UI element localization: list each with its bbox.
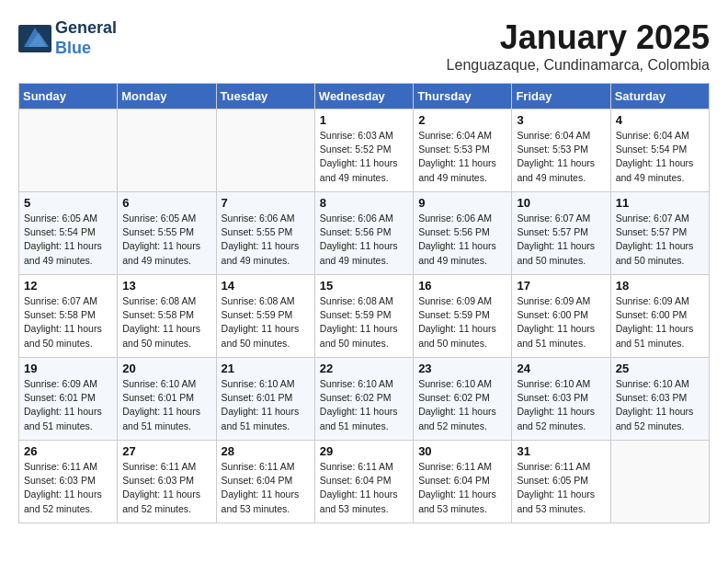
calendar-week-4: 19Sunrise: 6:09 AM Sunset: 6:01 PM Dayli…: [19, 358, 710, 441]
calendar-cell: [118, 109, 216, 192]
weekday-header-sunday: Sunday: [19, 84, 118, 109]
day-number: 17: [517, 279, 605, 293]
calendar-cell: 17Sunrise: 6:09 AM Sunset: 6:00 PM Dayli…: [512, 275, 610, 358]
day-info: Sunrise: 6:04 AM Sunset: 5:53 PM Dayligh…: [418, 129, 506, 185]
day-info: Sunrise: 6:09 AM Sunset: 5:59 PM Dayligh…: [418, 294, 506, 350]
calendar-cell: 31Sunrise: 6:11 AM Sunset: 6:05 PM Dayli…: [512, 441, 610, 523]
calendar-cell: 7Sunrise: 6:06 AM Sunset: 5:55 PM Daylig…: [216, 192, 314, 275]
day-number: 4: [616, 113, 704, 127]
day-info: Sunrise: 6:06 AM Sunset: 5:56 PM Dayligh…: [418, 212, 506, 268]
day-number: 10: [517, 196, 605, 210]
page-header: General Blue January 2025 Lenguazaque, C…: [18, 18, 710, 74]
day-info: Sunrise: 6:05 AM Sunset: 5:55 PM Dayligh…: [122, 212, 210, 268]
day-info: Sunrise: 6:05 AM Sunset: 5:54 PM Dayligh…: [24, 212, 112, 268]
day-number: 3: [517, 113, 605, 127]
calendar-cell: 29Sunrise: 6:11 AM Sunset: 6:04 PM Dayli…: [314, 441, 413, 523]
weekday-header-tuesday: Tuesday: [216, 84, 314, 109]
calendar-cell: 2Sunrise: 6:04 AM Sunset: 5:53 PM Daylig…: [414, 109, 512, 192]
location-title: Lenguazaque, Cundinamarca, Colombia: [447, 57, 710, 74]
calendar-cell: [216, 109, 314, 192]
day-info: Sunrise: 6:11 AM Sunset: 6:03 PM Dayligh…: [24, 460, 112, 516]
day-info: Sunrise: 6:10 AM Sunset: 6:03 PM Dayligh…: [517, 377, 605, 433]
weekday-header-monday: Monday: [118, 84, 216, 109]
calendar-cell: 13Sunrise: 6:08 AM Sunset: 5:58 PM Dayli…: [118, 275, 216, 358]
weekday-header-wednesday: Wednesday: [314, 84, 413, 109]
weekday-header-thursday: Thursday: [414, 84, 512, 109]
calendar-cell: 3Sunrise: 6:04 AM Sunset: 5:53 PM Daylig…: [512, 109, 610, 192]
day-info: Sunrise: 6:08 AM Sunset: 5:59 PM Dayligh…: [320, 294, 408, 350]
day-info: Sunrise: 6:11 AM Sunset: 6:03 PM Dayligh…: [122, 460, 210, 516]
calendar-cell: [19, 109, 118, 192]
calendar-cell: 12Sunrise: 6:07 AM Sunset: 5:58 PM Dayli…: [19, 275, 118, 358]
day-info: Sunrise: 6:04 AM Sunset: 5:53 PM Dayligh…: [517, 129, 605, 185]
calendar-cell: 18Sunrise: 6:09 AM Sunset: 6:00 PM Dayli…: [610, 275, 709, 358]
day-info: Sunrise: 6:11 AM Sunset: 6:04 PM Dayligh…: [418, 460, 506, 516]
calendar-cell: 16Sunrise: 6:09 AM Sunset: 5:59 PM Dayli…: [414, 275, 512, 358]
calendar-week-3: 12Sunrise: 6:07 AM Sunset: 5:58 PM Dayli…: [19, 275, 710, 358]
day-info: Sunrise: 6:09 AM Sunset: 6:00 PM Dayligh…: [517, 294, 605, 350]
day-info: Sunrise: 6:03 AM Sunset: 5:52 PM Dayligh…: [320, 129, 408, 185]
day-info: Sunrise: 6:11 AM Sunset: 6:04 PM Dayligh…: [320, 460, 408, 516]
calendar-cell: 22Sunrise: 6:10 AM Sunset: 6:02 PM Dayli…: [314, 358, 413, 441]
calendar-cell: 25Sunrise: 6:10 AM Sunset: 6:03 PM Dayli…: [610, 358, 709, 441]
calendar-cell: 15Sunrise: 6:08 AM Sunset: 5:59 PM Dayli…: [314, 275, 413, 358]
day-info: Sunrise: 6:10 AM Sunset: 6:01 PM Dayligh…: [222, 377, 310, 433]
calendar-cell: 27Sunrise: 6:11 AM Sunset: 6:03 PM Dayli…: [118, 441, 216, 523]
day-number: 20: [122, 362, 210, 375]
calendar-cell: 26Sunrise: 6:11 AM Sunset: 6:03 PM Dayli…: [19, 441, 118, 523]
day-number: 31: [517, 444, 605, 458]
calendar-cell: 23Sunrise: 6:10 AM Sunset: 6:02 PM Dayli…: [414, 358, 512, 441]
day-info: Sunrise: 6:10 AM Sunset: 6:02 PM Dayligh…: [418, 377, 506, 433]
day-number: 7: [222, 196, 310, 210]
logo-text: General Blue: [55, 18, 117, 58]
day-number: 9: [418, 196, 506, 210]
weekday-header-saturday: Saturday: [610, 84, 709, 109]
title-block: January 2025 Lenguazaque, Cundinamarca, …: [447, 18, 710, 74]
logo: General Blue: [18, 18, 117, 58]
calendar-cell: 1Sunrise: 6:03 AM Sunset: 5:52 PM Daylig…: [314, 109, 413, 192]
calendar-week-2: 5Sunrise: 6:05 AM Sunset: 5:54 PM Daylig…: [19, 192, 710, 275]
day-number: 11: [616, 196, 704, 210]
day-info: Sunrise: 6:06 AM Sunset: 5:56 PM Dayligh…: [320, 212, 408, 268]
calendar-cell: 28Sunrise: 6:11 AM Sunset: 6:04 PM Dayli…: [216, 441, 314, 523]
day-info: Sunrise: 6:04 AM Sunset: 5:54 PM Dayligh…: [616, 129, 704, 185]
calendar-cell: 8Sunrise: 6:06 AM Sunset: 5:56 PM Daylig…: [314, 192, 413, 275]
day-number: 29: [320, 444, 408, 458]
weekday-header-friday: Friday: [512, 84, 610, 109]
day-number: 25: [616, 362, 704, 375]
calendar-cell: 20Sunrise: 6:10 AM Sunset: 6:01 PM Dayli…: [118, 358, 216, 441]
day-number: 22: [320, 362, 408, 375]
day-number: 30: [418, 444, 506, 458]
day-info: Sunrise: 6:07 AM Sunset: 5:58 PM Dayligh…: [24, 294, 112, 350]
day-number: 26: [24, 444, 112, 458]
day-number: 5: [24, 196, 112, 210]
day-info: Sunrise: 6:11 AM Sunset: 6:04 PM Dayligh…: [222, 460, 310, 516]
logo-line1: General: [55, 18, 117, 39]
calendar-cell: [610, 441, 709, 523]
day-number: 13: [122, 279, 210, 293]
day-number: 2: [418, 113, 506, 127]
day-number: 1: [320, 113, 408, 127]
month-title: January 2025: [447, 18, 710, 57]
calendar-cell: 9Sunrise: 6:06 AM Sunset: 5:56 PM Daylig…: [414, 192, 512, 275]
calendar-cell: 6Sunrise: 6:05 AM Sunset: 5:55 PM Daylig…: [118, 192, 216, 275]
day-number: 21: [222, 362, 310, 375]
calendar-cell: 14Sunrise: 6:08 AM Sunset: 5:59 PM Dayli…: [216, 275, 314, 358]
day-number: 16: [418, 279, 506, 293]
calendar-week-1: 1Sunrise: 6:03 AM Sunset: 5:52 PM Daylig…: [19, 109, 710, 192]
day-info: Sunrise: 6:08 AM Sunset: 5:59 PM Dayligh…: [222, 294, 310, 350]
calendar-cell: 24Sunrise: 6:10 AM Sunset: 6:03 PM Dayli…: [512, 358, 610, 441]
day-number: 12: [24, 279, 112, 293]
day-number: 14: [222, 279, 310, 293]
day-number: 15: [320, 279, 408, 293]
day-number: 18: [616, 279, 704, 293]
day-number: 6: [122, 196, 210, 210]
day-info: Sunrise: 6:09 AM Sunset: 6:00 PM Dayligh…: [616, 294, 704, 350]
day-number: 23: [418, 362, 506, 375]
day-info: Sunrise: 6:10 AM Sunset: 6:03 PM Dayligh…: [616, 377, 704, 433]
day-number: 19: [24, 362, 112, 375]
logo-line2: Blue: [55, 39, 91, 57]
day-info: Sunrise: 6:06 AM Sunset: 5:55 PM Dayligh…: [222, 212, 310, 268]
day-info: Sunrise: 6:07 AM Sunset: 5:57 PM Dayligh…: [517, 212, 605, 268]
day-number: 27: [122, 444, 210, 458]
